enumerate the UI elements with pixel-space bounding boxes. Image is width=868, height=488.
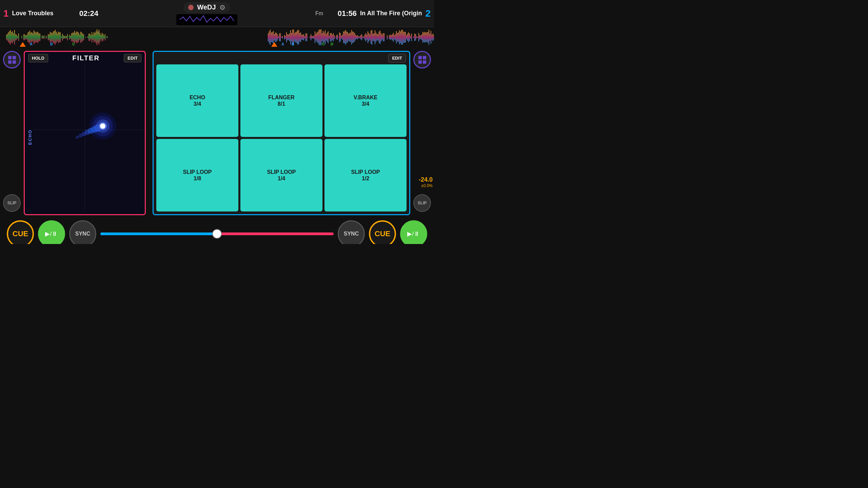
svg-rect-263: [433, 34, 433, 41]
svg-rect-144: [312, 36, 312, 39]
svg-rect-73: [80, 32, 81, 43]
svg-rect-115: [282, 36, 283, 39]
svg-rect-158: [326, 34, 327, 40]
svg-rect-232: [401, 30, 402, 44]
deck2-slip-button[interactable]: SLIP: [413, 194, 431, 212]
svg-rect-223: [392, 34, 393, 40]
svg-rect-47: [54, 31, 55, 44]
svg-rect-45: [52, 33, 53, 42]
crossfader-handle[interactable]: [212, 229, 222, 239]
right-panel: -24.0 ±0.0% SLIP: [410, 47, 434, 219]
deck1-pad-squares: [8, 56, 16, 64]
svg-rect-159: [327, 33, 328, 42]
svg-rect-93: [101, 35, 101, 40]
deck1-pad-icon[interactable]: [3, 51, 21, 68]
svg-rect-134: [301, 35, 302, 40]
fx-cell-sliploop-1-4-label: SLIP LOOP1/4: [267, 169, 296, 182]
fx-cell-sliploop-1-4[interactable]: SLIP LOOP1/4: [240, 139, 322, 211]
svg-rect-190: [358, 37, 359, 38]
svg-rect-155: [323, 31, 323, 43]
fx-left-edit-button[interactable]: EDIT: [124, 54, 141, 62]
svg-rect-151: [319, 29, 319, 45]
svg-rect-165: [333, 33, 334, 41]
svg-rect-9: [15, 34, 16, 41]
svg-rect-82: [90, 34, 90, 41]
deck2-pad-sq-4: [423, 60, 426, 64]
deck2-play-icon: ▶/⏸: [407, 230, 420, 238]
speed-readout: -24.0 ±0.0%: [419, 176, 433, 188]
svg-rect-230: [399, 30, 400, 44]
svg-rect-214: [383, 33, 383, 41]
fx-cell-sliploop-1-2[interactable]: SLIP LOOP1/2: [324, 139, 407, 211]
svg-rect-244: [413, 37, 414, 38]
svg-rect-199: [368, 32, 368, 43]
center-waveform-svg: [176, 14, 237, 25]
left-panel: SLIP: [0, 47, 24, 219]
svg-rect-21: [27, 33, 28, 42]
deck1-sync-button[interactable]: SYNC: [69, 220, 96, 244]
fx-cell-echo[interactable]: ECHO3/4: [156, 64, 238, 137]
svg-rect-119: [286, 32, 287, 42]
svg-rect-264: [434, 35, 434, 40]
fx-cell-flanger[interactable]: FLANGER8/1: [240, 64, 322, 137]
deck2-pad-squares: [418, 56, 426, 64]
svg-rect-43: [50, 32, 51, 43]
svg-rect-70: [77, 32, 78, 43]
deck2-play-pause-button[interactable]: ▶/⏸: [400, 220, 427, 244]
deck1-play-pause-button[interactable]: ▶/⏸: [38, 220, 65, 244]
svg-rect-152: [320, 29, 320, 45]
svg-rect-96: [104, 36, 104, 39]
svg-rect-114: [281, 37, 282, 38]
deck1-play-icon: ▶/⏸: [45, 230, 58, 238]
deck2-pad-icon[interactable]: [413, 51, 431, 68]
deck2-sync-button[interactable]: SYNC: [338, 220, 365, 244]
svg-rect-176: [344, 31, 345, 43]
svg-rect-150: [318, 32, 318, 43]
svg-rect-129: [296, 32, 297, 43]
deck2-cue-button[interactable]: CUE: [369, 220, 396, 244]
fx-cell-flanger-label: FLANGER8/1: [268, 94, 294, 107]
fx-right-edit-button[interactable]: EDIT: [388, 54, 406, 62]
deck1-slip-button[interactable]: SLIP: [3, 194, 21, 212]
svg-rect-250: [419, 35, 420, 39]
svg-rect-218: [387, 35, 388, 39]
svg-rect-195: [363, 37, 364, 38]
fx-canvas-area[interactable]: ECHO: [25, 64, 145, 210]
crossfader[interactable]: [100, 229, 334, 239]
fx-pad-right[interactable]: EDIT ECHO3/4 FLANGER8/1 V.BRAKE3/4 SLIP …: [153, 51, 410, 215]
fx-cell-vbrake[interactable]: V.BRAKE3/4: [324, 64, 407, 137]
svg-rect-32: [39, 33, 39, 41]
svg-rect-130: [297, 30, 298, 45]
deck1-waveform[interactable]: (function(){ var svg = document.currentS…: [6, 27, 108, 47]
deck2-marker-c: C: [322, 42, 325, 46]
svg-rect-212: [381, 33, 381, 42]
fx-right-header: EDIT: [154, 52, 409, 64]
svg-rect-140: [308, 37, 308, 37]
crossfader-blue-side: [100, 232, 217, 235]
svg-rect-234: [403, 32, 404, 43]
fx-cell-sliploop-1-8[interactable]: SLIP LOOP1/8: [156, 139, 238, 211]
deck1-cue-button[interactable]: CUE: [7, 220, 34, 244]
fx-pad-left[interactable]: HOLD FILTER EDIT ECHO: [24, 51, 146, 215]
svg-rect-202: [371, 31, 371, 44]
svg-rect-106: [273, 31, 274, 44]
svg-rect-180: [348, 34, 349, 41]
svg-rect-10: [16, 35, 17, 40]
fx-grid: ECHO3/4 FLANGER8/1 V.BRAKE3/4 SLIP LOOP1…: [154, 64, 409, 214]
svg-rect-24: [31, 33, 31, 42]
svg-rect-94: [102, 33, 102, 42]
svg-rect-245: [414, 34, 415, 41]
svg-rect-253: [422, 32, 423, 43]
svg-rect-83: [91, 35, 91, 39]
gear-icon[interactable]: ⚙: [219, 3, 225, 12]
deck2-waveform[interactable]: (function(){ var svg = document.currentS…: [268, 27, 434, 47]
fx-cell-sliploop-1-2-label: SLIP LOOP1/2: [351, 169, 380, 182]
svg-rect-254: [423, 33, 424, 42]
hold-button[interactable]: HOLD: [28, 54, 48, 62]
svg-rect-259: [429, 30, 429, 45]
svg-rect-1: [7, 34, 8, 41]
svg-rect-17: [23, 34, 24, 40]
svg-rect-161: [329, 36, 330, 39]
svg-rect-181: [349, 33, 350, 42]
svg-rect-238: [407, 34, 408, 41]
